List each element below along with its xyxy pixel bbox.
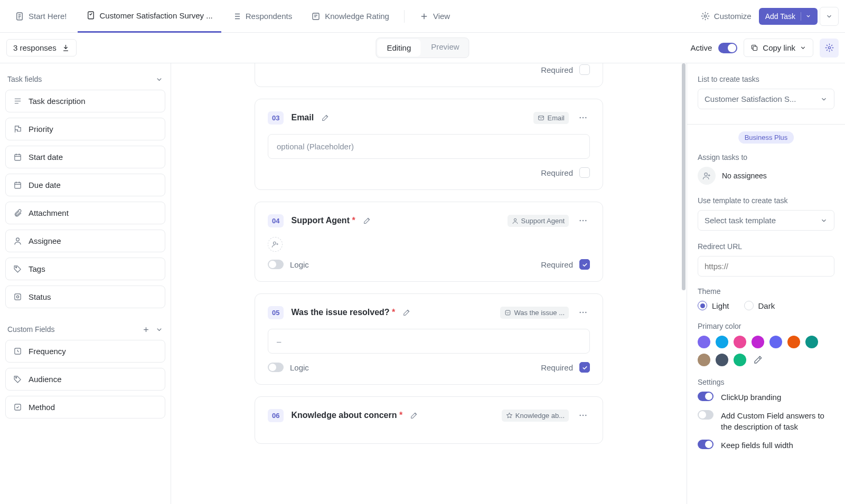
field-type-badge: Knowledge ab... (502, 410, 569, 422)
color-swatch[interactable] (698, 354, 710, 366)
field-type-badge: Email (533, 112, 569, 124)
svg-point-3 (704, 15, 706, 17)
field-item[interactable]: Status (5, 286, 165, 308)
field-item[interactable]: Due date (5, 174, 165, 196)
editing-label: Editing (387, 43, 411, 52)
field-number: 04 (268, 214, 284, 227)
field-number: 05 (268, 306, 284, 319)
more-icon[interactable] (576, 408, 590, 422)
theme-dark-option[interactable]: Dark (744, 301, 775, 310)
more-icon[interactable] (576, 111, 590, 125)
required-checkbox[interactable] (579, 167, 590, 178)
setting-toggle[interactable] (698, 410, 713, 420)
form-field-card[interactable]: 04Support Agent *Support AgentLogicRequi… (255, 202, 603, 282)
tab-start-here[interactable]: Start Here! (6, 0, 76, 33)
left-fields-panel: Task fields Task descriptionPriorityStar… (0, 63, 171, 504)
form-field-card[interactable]: 03EmailEmailoptional (Placeholder)Requir… (255, 99, 603, 190)
custom-fields-header[interactable]: Custom Fields (5, 323, 165, 340)
preview-tab[interactable]: Preview (421, 38, 468, 58)
responses-count[interactable]: 3 responses (6, 39, 77, 56)
required-label: Required (541, 363, 573, 372)
svg-point-5 (828, 46, 830, 49)
color-swatch[interactable] (734, 354, 746, 366)
redirect-url-input[interactable] (698, 256, 834, 277)
field-number: 06 (268, 409, 284, 422)
color-swatch[interactable] (787, 336, 800, 348)
color-swatches (698, 336, 834, 366)
list-select[interactable]: Customer Satisfaction S... (698, 89, 834, 109)
more-icon[interactable] (576, 306, 590, 319)
field-item[interactable]: Tags (5, 258, 165, 280)
editing-tab[interactable]: Editing (377, 39, 420, 56)
placeholder-input[interactable]: – (268, 329, 590, 354)
edit-icon[interactable] (410, 411, 418, 420)
tab-add-view[interactable]: View (411, 0, 458, 33)
required-checkbox[interactable] (579, 64, 590, 75)
color-swatch[interactable] (769, 336, 782, 348)
gear-icon (825, 43, 834, 52)
color-swatch[interactable] (716, 336, 728, 348)
color-swatch[interactable] (716, 354, 728, 366)
svg-point-9 (16, 267, 17, 268)
scrollbar-thumb[interactable] (682, 63, 686, 290)
field-title: Knowledge about concern * (291, 411, 402, 420)
edit-icon[interactable] (363, 216, 371, 225)
field-item[interactable]: Audience (5, 368, 165, 391)
task-fields-header[interactable]: Task fields (5, 73, 165, 90)
note-icon (311, 12, 321, 21)
theme-light-label: Light (712, 301, 729, 310)
radio-icon (744, 301, 754, 310)
more-icon[interactable] (576, 214, 590, 227)
section-title: Task fields (7, 75, 42, 83)
form-settings-button[interactable] (820, 39, 839, 58)
theme-light-option[interactable]: Light (698, 301, 729, 310)
plus-icon[interactable] (142, 326, 150, 334)
plus-icon (419, 12, 429, 21)
field-item[interactable]: Task description (5, 90, 165, 112)
chevron-down-icon (155, 75, 163, 83)
tab-customer-survey[interactable]: Customer Satisfaction Survey ... (78, 0, 221, 33)
field-item[interactable]: Priority (5, 118, 165, 140)
color-swatch[interactable] (698, 336, 710, 348)
color-picker-icon[interactable] (752, 354, 764, 366)
divider (687, 124, 845, 125)
theme-label: Theme (698, 287, 834, 296)
add-assignee-icon (698, 167, 716, 185)
setting-toggle[interactable] (698, 440, 713, 449)
customize-button[interactable]: Customize (696, 12, 757, 21)
required-checkbox[interactable] (579, 362, 590, 373)
copy-link-label: Copy link (763, 43, 795, 52)
edit-icon[interactable] (321, 113, 330, 122)
assignee-picker[interactable]: No assignees (698, 167, 834, 185)
tab-knowledge-rating[interactable]: Knowledge Rating (303, 0, 398, 33)
field-item[interactable]: Assignee (5, 230, 165, 252)
form-field-card[interactable]: hidden Required (255, 63, 603, 87)
add-task-button[interactable]: Add Task (759, 8, 818, 25)
setting-toggle[interactable] (698, 392, 713, 401)
add-assignee-placeholder[interactable] (268, 237, 283, 252)
required-checkbox[interactable] (579, 259, 590, 270)
active-toggle[interactable] (718, 43, 737, 53)
color-swatch[interactable] (734, 336, 746, 348)
field-item[interactable]: Method (5, 396, 165, 419)
field-item[interactable]: Frequency (5, 340, 165, 363)
logic-toggle[interactable] (268, 363, 284, 372)
field-label: Priority (29, 125, 53, 134)
color-swatch[interactable] (805, 336, 818, 348)
download-icon[interactable] (62, 44, 70, 52)
chevron-down-icon[interactable] (801, 12, 811, 21)
form-field-card[interactable]: 06Knowledge about concern *Knowledge ab.… (255, 396, 603, 444)
template-select[interactable]: Select task template (698, 210, 834, 231)
field-label: Status (29, 292, 51, 301)
logic-toggle[interactable] (268, 260, 284, 269)
tab-respondents[interactable]: Respondents (223, 0, 301, 33)
form-field-card[interactable]: 05Was the issue resolved? *Was the issue… (255, 293, 603, 385)
placeholder-input[interactable]: optional (Placeholder) (268, 134, 590, 159)
more-menu-button[interactable] (820, 7, 839, 26)
edit-icon[interactable] (402, 308, 411, 317)
field-item[interactable]: Start date (5, 146, 165, 168)
field-item[interactable]: Attachment (5, 202, 165, 224)
color-swatch[interactable] (752, 336, 764, 348)
tab-label: Customer Satisfaction Survey ... (100, 11, 213, 20)
copy-link-button[interactable]: Copy link (744, 39, 813, 57)
